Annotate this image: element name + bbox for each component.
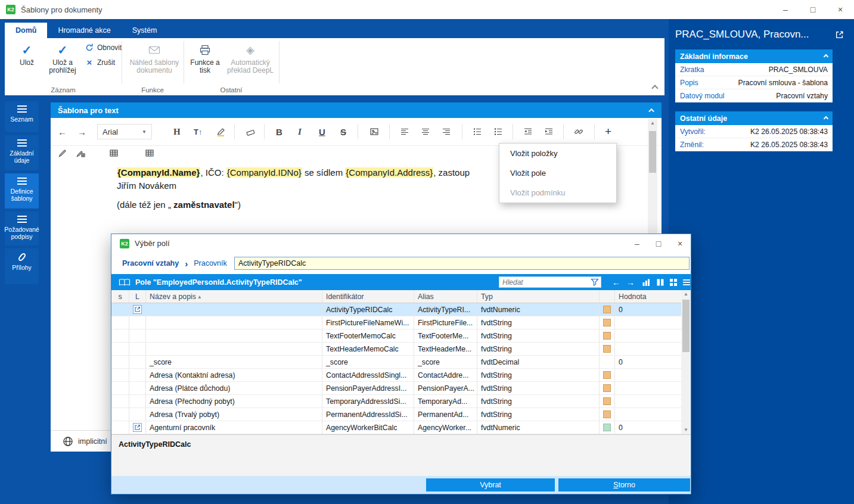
scroll-down-icon[interactable]: ▼ [681, 426, 691, 434]
open-record-icon[interactable] [133, 305, 142, 314]
table-scrollbar[interactable]: ▲ ▼ [681, 290, 691, 434]
undo-button[interactable]: ← [58, 127, 67, 137]
column-header-type[interactable]: Typ [477, 290, 600, 303]
table-row[interactable]: Agenturní pracovník AgencyWorkerBitCalc … [111, 421, 691, 434]
cell-identifier: ActivityTypeRIDCalc [322, 303, 414, 316]
table-row[interactable]: Adresa (Kontaktní adresa) ContactAddress… [111, 369, 691, 382]
chart-view-icon[interactable] [639, 274, 653, 290]
tab-system[interactable]: Systém [122, 23, 168, 38]
info-row: Datový modul Pracovní vztahy [675, 89, 833, 102]
column-header-name[interactable]: Název a popis ▴ [146, 290, 322, 303]
section-header-ostatni-udaje[interactable]: Ostatní údaje [675, 111, 833, 125]
column-header-identifier[interactable]: Identifikátor [322, 290, 414, 303]
field-token-company-idno[interactable]: {CompanyId.IDNo} [226, 167, 302, 178]
eraser-button[interactable] [246, 127, 256, 136]
filter-funnel-icon[interactable] [591, 278, 599, 287]
table-row[interactable]: ActivityTypeRIDCalc ActivityTypeRI... fv… [111, 303, 691, 316]
menu-hamburger-icon[interactable] [680, 274, 693, 290]
column-header-s[interactable]: s [111, 290, 129, 303]
open-record-icon[interactable] [133, 423, 142, 432]
section-header-zakladni-informace[interactable]: Základní informace [675, 49, 833, 63]
table-row[interactable]: _score _score _score fvdtDecimal 0 [111, 356, 691, 369]
collapse-chevron-icon [824, 116, 828, 120]
storno-button[interactable]: Storno [558, 478, 690, 491]
column-header-alias[interactable]: Alias [414, 290, 477, 303]
highlighter-button[interactable] [216, 127, 226, 136]
field-token-company-name[interactable]: {CompanyId.Name} [117, 167, 200, 178]
table-row[interactable]: TextHeaderMemoCalc TextHeaderMe... fvdtS… [111, 343, 691, 356]
sidebar-item-prilohy[interactable]: Přílohy [5, 248, 39, 284]
image-button[interactable] [369, 127, 379, 136]
table-row[interactable]: Adresa (Plátce důchodu) PensionPayerAddr… [111, 382, 691, 395]
save-button[interactable]: ✓ Ulož [11, 41, 43, 67]
underline-button[interactable]: U [319, 127, 325, 137]
cancel-button[interactable]: × Zrušit [85, 57, 115, 67]
dialog-minimize-button[interactable]: – [626, 234, 648, 253]
link-button[interactable] [574, 127, 583, 136]
edit-field-grid-button[interactable] [76, 148, 85, 158]
find-input[interactable] [499, 278, 591, 287]
table-button[interactable] [109, 148, 119, 158]
maximize-button[interactable]: □ [799, 0, 827, 19]
scrollbar-thumb[interactable] [682, 300, 690, 352]
dialog-close-button[interactable]: × [669, 234, 691, 253]
ordered-list-button[interactable] [473, 127, 482, 136]
dialog-maximize-button[interactable]: □ [648, 234, 669, 253]
text-size-button[interactable]: T↑ [194, 127, 202, 136]
decrease-indent-button[interactable] [523, 127, 533, 136]
font-select[interactable]: Arial ▼ [97, 124, 152, 139]
tab-hromadne-akce[interactable]: Hromadné akce [47, 23, 121, 38]
scrollbar-thumb[interactable] [649, 131, 656, 173]
align-left-button[interactable] [400, 127, 409, 136]
increase-indent-button[interactable] [544, 127, 554, 136]
minimize-button[interactable]: – [772, 0, 799, 19]
nav-next-button[interactable]: → [624, 274, 637, 290]
type-color-swatch [603, 410, 611, 418]
sidebar-item-pozadovane-podpisy[interactable]: Požadované podpisy [5, 211, 39, 245]
breadcrumb-entity[interactable]: Pracovník [194, 259, 227, 267]
scroll-up-icon[interactable]: ▲ [648, 119, 657, 127]
columns-view-icon[interactable] [654, 274, 667, 290]
ribbon-collapse-chevron-icon[interactable] [651, 85, 658, 91]
italic-button[interactable]: I [298, 127, 302, 137]
menu-item-vlozit-pole[interactable]: Vložit pole [499, 163, 616, 183]
column-header-value[interactable]: Hodnota [615, 290, 682, 303]
sidebar-item-definice-sablony[interactable]: Definice šablony [5, 173, 39, 209]
heading-button[interactable]: H [173, 127, 181, 137]
scroll-up-icon[interactable]: ▲ [681, 290, 691, 298]
table-row[interactable]: TextFooterMemoCalc TextFooterMe... fvdtS… [111, 329, 691, 343]
insert-plus-button[interactable]: + [605, 125, 611, 138]
bold-button[interactable]: B [276, 127, 282, 137]
column-header-color[interactable] [600, 290, 615, 303]
unordered-list-button[interactable] [493, 127, 503, 136]
close-button[interactable]: × [827, 0, 854, 19]
editor-toolbar: ← → Arial ▼ H T↑ B I U S [51, 118, 662, 146]
refresh-button[interactable]: Obnovit [85, 43, 122, 52]
strikethrough-button[interactable]: S [340, 127, 346, 137]
sidebar-item-zakladni-udaje[interactable]: Základní údaje [5, 135, 39, 170]
menu-item-vlozit-polozky[interactable]: Vložit položky [499, 144, 616, 163]
redo-button[interactable]: → [77, 127, 86, 137]
grid-view-icon[interactable] [667, 274, 680, 290]
save-and-view-button[interactable]: ✓ Ulož a prohlížej [44, 41, 81, 74]
function-print-button[interactable]: Funkce a tisk [188, 41, 222, 74]
breadcrumb-module[interactable]: Pracovní vztahy [122, 259, 179, 267]
column-header-l[interactable]: L [129, 290, 146, 303]
table-insert-button[interactable] [145, 148, 154, 158]
align-right-button[interactable] [442, 127, 451, 136]
table-row[interactable]: Adresa (Trvalý pobyt) PermanentAddressId… [111, 408, 691, 421]
select-button[interactable]: Vybrat [426, 478, 555, 491]
find-box[interactable] [499, 276, 601, 288]
tab-domu[interactable]: Domů [5, 23, 47, 38]
open-external-icon[interactable] [835, 30, 844, 39]
edit-field-button[interactable] [58, 148, 67, 158]
table-row[interactable]: FirstPictureFileNameWi... FirstPictureFi… [111, 316, 691, 329]
field-token-company-address[interactable]: {CompanyId.Address} [345, 167, 433, 178]
collapse-chevron-icon[interactable] [648, 108, 654, 114]
cell-value [615, 329, 682, 342]
field-search-input[interactable] [234, 257, 690, 270]
table-row[interactable]: Adresa (Přechodný pobyt) TemporaryAddres… [111, 395, 691, 408]
align-center-button[interactable] [421, 127, 430, 136]
nav-previous-button[interactable]: ← [610, 274, 623, 290]
sidebar-item-seznam[interactable]: Seznam [5, 101, 39, 132]
